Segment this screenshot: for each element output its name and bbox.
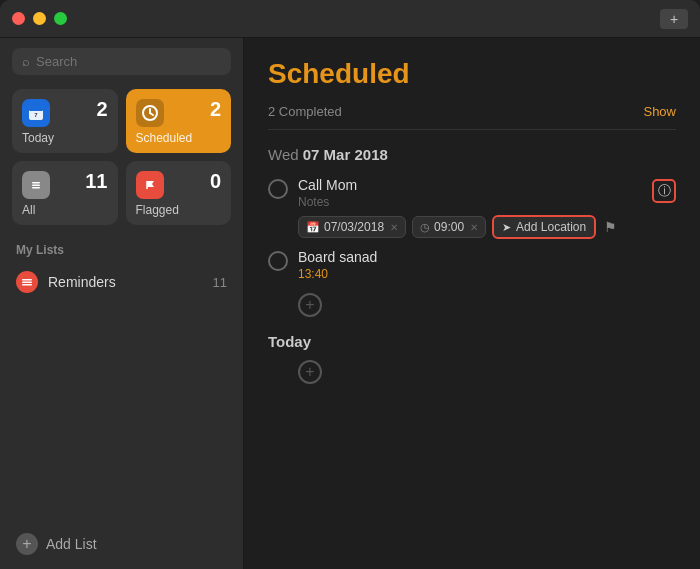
svg-rect-7 xyxy=(32,182,40,184)
task-checkbox-call-mom[interactable] xyxy=(268,179,288,199)
traffic-lights xyxy=(12,12,67,25)
flagged-label: Flagged xyxy=(136,203,222,217)
clock-small-icon: ◷ xyxy=(420,221,430,234)
add-task-today-button[interactable]: + xyxy=(298,360,322,384)
reminders-icon xyxy=(16,271,38,293)
task-meta-call-mom: 📅 07/03/2018 ✕ ◷ 09:00 ✕ ➤ Add Location … xyxy=(298,215,642,239)
svg-rect-12 xyxy=(22,279,32,281)
wed-section-header: Wed 07 Mar 2018 xyxy=(268,146,676,163)
my-lists-header: My Lists xyxy=(12,243,231,257)
add-list-label: Add List xyxy=(46,536,97,552)
smart-card-scheduled[interactable]: 2 Scheduled xyxy=(126,89,232,153)
flagged-count: 0 xyxy=(210,171,221,191)
task-notes-call-mom: Notes xyxy=(298,195,642,209)
close-button[interactable] xyxy=(12,12,25,25)
day-name: Wed xyxy=(268,146,303,163)
today-section-header: Today xyxy=(268,333,676,350)
scheduled-label: Scheduled xyxy=(136,131,222,145)
svg-line-5 xyxy=(150,113,153,115)
search-input[interactable] xyxy=(36,54,221,69)
smart-card-flagged[interactable]: 0 Flagged xyxy=(126,161,232,225)
location-icon: ➤ xyxy=(502,221,511,234)
show-button[interactable]: Show xyxy=(643,104,676,119)
sidebar: ⌕ 7 2 Today xyxy=(0,38,244,569)
today-count: 2 xyxy=(96,99,107,119)
maximize-button[interactable] xyxy=(54,12,67,25)
add-button[interactable]: + xyxy=(660,9,688,29)
task-name-board-sanad: Board sanad xyxy=(298,249,676,265)
calendar-small-icon: 📅 xyxy=(306,221,320,234)
scheduled-count: 2 xyxy=(210,99,221,119)
flagged-icon xyxy=(136,171,164,199)
add-location-label: Add Location xyxy=(516,220,586,234)
search-icon: ⌕ xyxy=(22,54,30,69)
title-bar: + xyxy=(0,0,700,38)
reminders-count: 11 xyxy=(213,275,227,290)
task-board-sanad: Board sanad 13:40 xyxy=(268,245,676,285)
smart-card-today[interactable]: 7 2 Today xyxy=(12,89,118,153)
task-body-board-sanad: Board sanad 13:40 xyxy=(298,249,676,281)
svg-rect-9 xyxy=(32,187,40,189)
time-chip-close[interactable]: ✕ xyxy=(470,222,478,233)
smart-grid: 7 2 Today 2 xyxy=(12,89,231,225)
sidebar-footer: + Add List xyxy=(12,519,231,559)
all-count: 11 xyxy=(85,171,107,191)
svg-rect-1 xyxy=(29,107,43,111)
date-chip[interactable]: 📅 07/03/2018 ✕ xyxy=(298,216,406,238)
add-list-button[interactable]: + Add List xyxy=(12,529,231,559)
add-list-icon: + xyxy=(16,533,38,555)
today-label: Today xyxy=(22,131,108,145)
app-body: ⌕ 7 2 Today xyxy=(0,38,700,569)
task-time-board-sanad: 13:40 xyxy=(298,267,676,281)
flag-button[interactable]: ⚑ xyxy=(602,217,619,237)
page-title: Scheduled xyxy=(268,58,676,90)
completed-text: 2 Completed xyxy=(268,104,342,119)
time-chip-value: 09:00 xyxy=(434,220,464,234)
task-checkbox-board-sanad[interactable] xyxy=(268,251,288,271)
time-chip[interactable]: ◷ 09:00 ✕ xyxy=(412,216,486,238)
all-label: All xyxy=(22,203,108,217)
scheduled-icon xyxy=(136,99,164,127)
main-content: Scheduled 2 Completed Show Wed 07 Mar 20… xyxy=(244,38,700,569)
task-name-call-mom: Call Mom xyxy=(298,177,642,193)
info-button-call-mom[interactable]: ⓘ xyxy=(652,179,676,203)
search-bar[interactable]: ⌕ xyxy=(12,48,231,75)
date-chip-close[interactable]: ✕ xyxy=(390,222,398,233)
today-section: Today + xyxy=(268,333,676,384)
today-icon: 7 xyxy=(22,99,50,127)
add-task-wed-button[interactable]: + xyxy=(298,293,322,317)
list-item-reminders[interactable]: Reminders 11 xyxy=(12,265,231,299)
add-location-button[interactable]: ➤ Add Location xyxy=(492,215,596,239)
minimize-button[interactable] xyxy=(33,12,46,25)
svg-rect-13 xyxy=(22,282,32,284)
smart-card-all[interactable]: 11 All xyxy=(12,161,118,225)
date-chip-value: 07/03/2018 xyxy=(324,220,384,234)
task-body-call-mom: Call Mom Notes 📅 07/03/2018 ✕ ◷ 09:00 ✕ xyxy=(298,177,642,239)
all-icon xyxy=(22,171,50,199)
section-date: 07 Mar 2018 xyxy=(303,146,388,163)
reminders-label: Reminders xyxy=(48,274,203,290)
svg-rect-14 xyxy=(22,284,32,286)
svg-rect-8 xyxy=(32,185,40,187)
task-call-mom: Call Mom Notes 📅 07/03/2018 ✕ ◷ 09:00 ✕ xyxy=(268,173,676,243)
completed-bar: 2 Completed Show xyxy=(268,104,676,130)
